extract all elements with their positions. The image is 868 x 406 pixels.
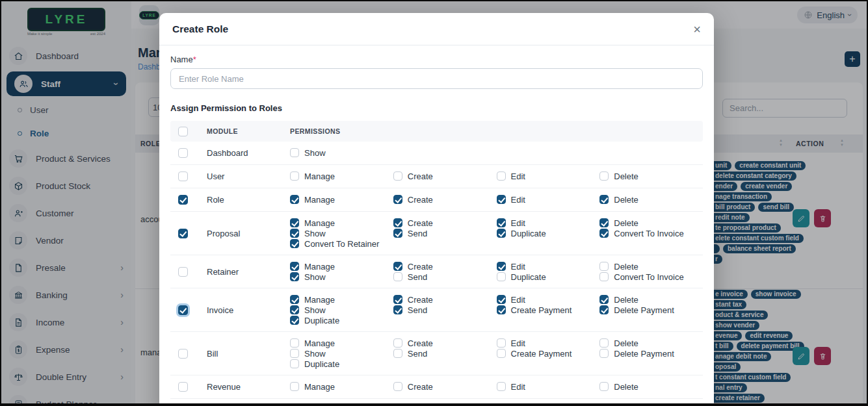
module-name: Dashboard [207, 148, 290, 158]
permission-checkbox[interactable] [599, 295, 609, 304]
permission-label: Manage [304, 338, 335, 348]
permission-checkbox[interactable] [497, 262, 506, 271]
permission-label: Create [408, 338, 433, 348]
permission-row-dashboard: DashboardShow [170, 142, 703, 165]
permission-checkbox[interactable] [599, 338, 609, 348]
permission-create: Create [393, 338, 497, 348]
permission-label: Show [304, 305, 326, 315]
permission-label: Edit [511, 295, 525, 305]
permission-checkbox[interactable] [393, 272, 402, 281]
permission-cell: Delete [599, 171, 703, 181]
module-checkbox[interactable] [178, 148, 188, 158]
permission-checkbox[interactable] [393, 218, 402, 227]
permission-checkbox[interactable] [290, 359, 299, 368]
permission-label: Show [304, 349, 326, 359]
module-checkbox[interactable] [178, 195, 188, 205]
permission-label: Manage [304, 295, 335, 305]
module-checkbox[interactable] [178, 382, 188, 392]
permission-label: Duplicate [511, 272, 546, 282]
permission-edit: Edit [497, 338, 600, 348]
permission-create: Create [393, 295, 497, 304]
module-checkbox[interactable] [178, 349, 188, 359]
permission-delete: Delete [599, 338, 703, 348]
module-checkbox[interactable] [178, 229, 188, 238]
module-checkbox[interactable] [178, 305, 188, 315]
permission-delete: Delete [599, 171, 703, 181]
permission-checkbox[interactable] [290, 316, 299, 325]
select-all-checkbox[interactable] [178, 127, 188, 136]
permission-checkbox[interactable] [599, 195, 609, 204]
permission-checkbox[interactable] [599, 272, 609, 281]
permission-label: Delete [614, 262, 638, 272]
permission-checkbox[interactable] [497, 229, 506, 238]
close-icon[interactable]: × [693, 23, 701, 36]
permission-checkbox[interactable] [497, 195, 506, 204]
permission-checkbox[interactable] [599, 382, 609, 391]
permission-cell: DeleteDelete Payment [599, 338, 703, 358]
permission-checkbox[interactable] [290, 272, 299, 281]
permission-checkbox[interactable] [393, 171, 402, 181]
permission-duplicate: Duplicate [290, 359, 393, 368]
permission-checkbox[interactable] [290, 195, 299, 204]
permission-convert-to-retainer: Convert To Retainer [290, 239, 393, 248]
permission-checkbox[interactable] [393, 295, 402, 304]
permission-cell: CreateSend [393, 338, 497, 358]
permission-cell: CreateSend [393, 218, 497, 238]
permission-cell: Manage [290, 382, 393, 391]
permission-label: Delete [614, 195, 638, 205]
permission-cell: Create [393, 171, 497, 181]
permission-checkbox[interactable] [497, 338, 506, 348]
permission-checkbox[interactable] [290, 262, 299, 271]
permission-checkbox[interactable] [497, 295, 506, 304]
permission-manage: Manage [290, 382, 393, 391]
permission-label: Create [408, 218, 433, 228]
permission-checkbox[interactable] [599, 262, 609, 271]
permission-label: Manage [304, 218, 335, 228]
permission-checkbox[interactable] [497, 218, 506, 227]
module-checkbox[interactable] [178, 171, 188, 181]
permission-checkbox[interactable] [393, 229, 402, 238]
permission-cell: Show [290, 148, 393, 157]
module-name: Retainer [207, 267, 290, 277]
permission-checkbox[interactable] [599, 305, 609, 314]
permission-checkbox[interactable] [497, 305, 506, 314]
permission-checkbox[interactable] [290, 171, 299, 181]
permission-edit: Edit [497, 171, 600, 181]
permission-duplicate: Duplicate [497, 229, 600, 238]
module-checkbox[interactable] [178, 267, 188, 277]
permission-checkbox[interactable] [290, 295, 299, 304]
permission-checkbox[interactable] [290, 229, 299, 238]
permission-checkbox[interactable] [290, 349, 299, 358]
permission-checkbox[interactable] [497, 272, 506, 281]
permissions-table: MODULE PERMISSIONS DashboardShowUserMana… [170, 121, 703, 406]
permission-checkbox[interactable] [393, 338, 402, 348]
permission-checkbox[interactable] [393, 262, 402, 271]
permission-checkbox[interactable] [599, 218, 609, 227]
permission-checkbox[interactable] [393, 305, 402, 314]
permission-label: Convert To Invoice [614, 272, 683, 282]
permission-label: Send [408, 349, 427, 359]
permission-checkbox[interactable] [599, 171, 609, 181]
permission-label: Delete [614, 382, 638, 392]
permission-checkbox[interactable] [599, 229, 609, 238]
permission-checkbox[interactable] [393, 349, 402, 358]
module-name: Revenue [207, 382, 290, 392]
permission-checkbox[interactable] [290, 148, 299, 157]
role-name-input[interactable] [170, 68, 703, 89]
permission-checkbox[interactable] [393, 195, 402, 204]
permission-checkbox[interactable] [290, 239, 299, 248]
permission-checkbox[interactable] [497, 349, 506, 358]
permission-checkbox[interactable] [497, 171, 506, 181]
permission-checkbox[interactable] [290, 338, 299, 348]
permission-label: Edit [511, 218, 525, 228]
permission-cell: EditDuplicate [497, 262, 600, 281]
permission-checkbox[interactable] [290, 382, 299, 391]
permission-checkbox[interactable] [290, 305, 299, 314]
permission-label: Edit [511, 262, 525, 272]
assign-permissions-title: Assign Permission to Roles [170, 103, 703, 113]
permission-checkbox[interactable] [290, 218, 299, 227]
permission-checkbox[interactable] [599, 349, 609, 358]
permission-checkbox[interactable] [497, 382, 506, 391]
permission-send: Send [393, 229, 497, 238]
permission-checkbox[interactable] [393, 382, 402, 391]
